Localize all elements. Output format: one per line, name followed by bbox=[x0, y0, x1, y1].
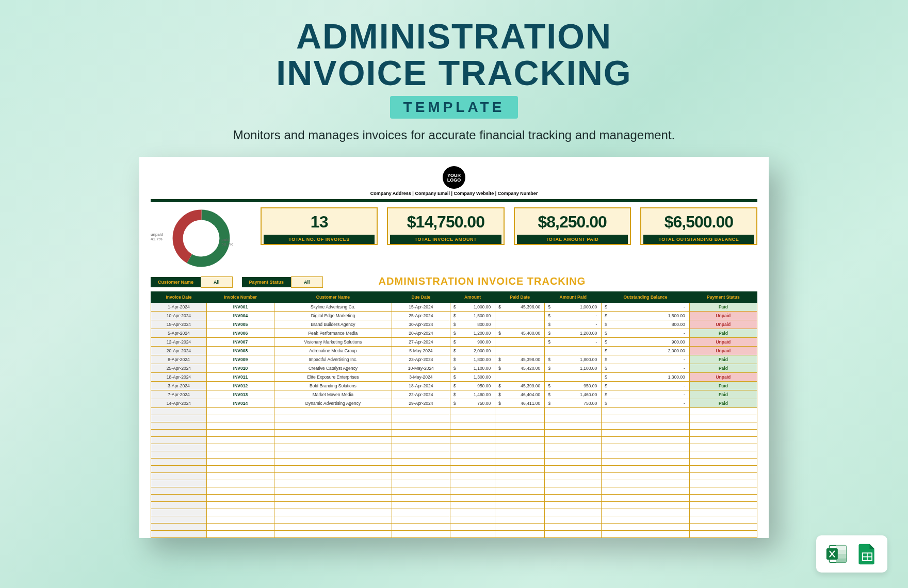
cell-amount-paid: $1,100.00 bbox=[545, 364, 602, 372]
cell-balance: $- bbox=[602, 302, 690, 311]
table-row: 15-Apr-2024INV005Brand Builders Agency30… bbox=[151, 320, 757, 329]
page-title-line1: ADMINISTRATION bbox=[296, 18, 612, 55]
cell-status: Unpaid bbox=[689, 372, 757, 381]
cell-invoice-number: INV006 bbox=[206, 329, 274, 337]
cell-amount: $750.00 bbox=[450, 399, 495, 407]
cell-balance: $- bbox=[602, 390, 690, 399]
cell-due-date: 23-Apr-2024 bbox=[392, 355, 450, 364]
cell-amount-paid: $1,200.00 bbox=[545, 329, 602, 337]
table-row bbox=[151, 415, 757, 422]
summary-label: TOTAL OUTSTANDING BALANCE bbox=[643, 235, 754, 244]
cell-customer: Skyline Advertising Co. bbox=[274, 302, 392, 311]
filter-value[interactable]: All bbox=[291, 276, 323, 288]
column-header: Payment Status bbox=[689, 291, 757, 302]
cell-balance: $- bbox=[602, 364, 690, 372]
summary-value: $6,500.00 bbox=[664, 213, 733, 232]
cell-status: Paid bbox=[689, 399, 757, 407]
cell-balance: $- bbox=[602, 381, 690, 390]
app-icons bbox=[816, 535, 887, 573]
filter-value[interactable]: All bbox=[201, 276, 233, 288]
cell-balance: $1,500.00 bbox=[602, 311, 690, 320]
table-row: 5-Apr-2024INV006Peak Performance Media20… bbox=[151, 329, 757, 337]
cell-status: Paid bbox=[689, 364, 757, 372]
cell-paid-date: $45,396.00 bbox=[495, 302, 545, 311]
summary-label: TOTAL AMOUNT PAID bbox=[517, 235, 628, 244]
cell-balance: $- bbox=[602, 329, 690, 337]
cell-invoice-date: 20-Apr-2024 bbox=[151, 346, 207, 355]
logo-placeholder: YOUR LOGO bbox=[443, 166, 465, 189]
column-header: Due Date bbox=[392, 291, 450, 302]
page-title-line2: INVOICE TRACKING bbox=[276, 55, 631, 91]
cell-paid-date bbox=[495, 337, 545, 346]
cell-invoice-date: 10-Apr-2024 bbox=[151, 311, 207, 320]
donut-label-unpaid: unpaid41.7% bbox=[151, 232, 163, 241]
donut-label-paid: paid58.3% bbox=[221, 237, 233, 247]
filter-label: Payment Status bbox=[242, 277, 291, 287]
cell-invoice-date: 5-Apr-2024 bbox=[151, 329, 207, 337]
cell-amount-paid: $- bbox=[545, 311, 602, 320]
summary-card: $14,750.00TOTAL INVOICE AMOUNT bbox=[387, 207, 504, 245]
table-row: 14-Apr-2024INV014Dynamic Advertising Age… bbox=[151, 399, 757, 407]
cell-invoice-date: 1-Apr-2024 bbox=[151, 302, 207, 311]
cell-status: Paid bbox=[689, 329, 757, 337]
cell-customer: Creative Catalyst Agency bbox=[274, 364, 392, 372]
summary-value: 13 bbox=[311, 213, 328, 232]
cell-amount: $1,460.00 bbox=[450, 390, 495, 399]
cell-invoice-date: 15-Apr-2024 bbox=[151, 320, 207, 329]
cell-customer: Dynamic Advertising Agency bbox=[274, 399, 392, 407]
cell-invoice-date: 8-Apr-2024 bbox=[151, 355, 207, 364]
cell-due-date: 27-Apr-2024 bbox=[392, 337, 450, 346]
table-row bbox=[151, 501, 757, 509]
column-header: Paid Date bbox=[495, 291, 545, 302]
cell-due-date: 18-Apr-2024 bbox=[392, 381, 450, 390]
column-header: Invoice Date bbox=[151, 291, 207, 302]
cell-invoice-number: INV005 bbox=[206, 320, 274, 329]
cell-status: Unpaid bbox=[689, 311, 757, 320]
header-bar bbox=[151, 199, 757, 202]
summary-label: TOTAL NO. OF INVOICES bbox=[264, 235, 375, 244]
cell-due-date: 3-May-2024 bbox=[392, 372, 450, 381]
cell-due-date: 22-Apr-2024 bbox=[392, 390, 450, 399]
table-row bbox=[151, 530, 757, 537]
cell-amount-paid bbox=[545, 346, 602, 355]
spreadsheet-card: YOUR LOGO Company Address | Company Emai… bbox=[139, 157, 769, 538]
table-row: 8-Apr-2024INV009Impactful Advertising In… bbox=[151, 355, 757, 364]
table-row: 1-Apr-2024INV001Skyline Advertising Co.1… bbox=[151, 302, 757, 311]
cell-paid-date bbox=[495, 372, 545, 381]
summary-card: $6,500.00TOTAL OUTSTANDING BALANCE bbox=[640, 207, 757, 245]
cell-paid-date bbox=[495, 346, 545, 355]
table-row bbox=[151, 422, 757, 429]
cell-due-date: 20-Apr-2024 bbox=[392, 329, 450, 337]
cell-amount: $1,100.00 bbox=[450, 364, 495, 372]
cell-invoice-number: INV011 bbox=[206, 372, 274, 381]
table-row bbox=[151, 451, 757, 458]
cell-invoice-number: INV001 bbox=[206, 302, 274, 311]
cell-customer: Impactful Advertising Inc. bbox=[274, 355, 392, 364]
cell-amount: $1,300.00 bbox=[450, 372, 495, 381]
cell-invoice-number: INV009 bbox=[206, 355, 274, 364]
table-row bbox=[151, 407, 757, 415]
donut-chart: unpaid41.7% paid58.3% bbox=[151, 207, 251, 269]
filter-row: Customer NameAllPayment StatusAll ADMINI… bbox=[151, 275, 757, 287]
summary-value: $14,750.00 bbox=[407, 213, 484, 232]
cell-amount-paid: $- bbox=[545, 320, 602, 329]
sheets-icon bbox=[855, 543, 878, 565]
cell-invoice-number: INV010 bbox=[206, 364, 274, 372]
cell-paid-date: $45,420.00 bbox=[495, 364, 545, 372]
table-row bbox=[151, 472, 757, 480]
cell-customer: Brand Builders Agency bbox=[274, 320, 392, 329]
cell-customer: Digital Edge Marketing bbox=[274, 311, 392, 320]
cell-invoice-number: INV004 bbox=[206, 311, 274, 320]
summary-card: $8,250.00TOTAL AMOUNT PAID bbox=[514, 207, 631, 245]
cell-balance: $2,000.00 bbox=[602, 346, 690, 355]
table-row bbox=[151, 516, 757, 523]
table-row: 10-Apr-2024INV004Digital Edge Marketing2… bbox=[151, 311, 757, 320]
table-row bbox=[151, 458, 757, 465]
sheet-title: ADMINISTRATION INVOICE TRACKING bbox=[379, 275, 586, 287]
cell-paid-date: $45,400.00 bbox=[495, 329, 545, 337]
cell-amount: $950.00 bbox=[450, 381, 495, 390]
cell-status: Paid bbox=[689, 355, 757, 364]
cell-status: Paid bbox=[689, 381, 757, 390]
cell-customer: Bold Branding Solutions bbox=[274, 381, 392, 390]
cell-paid-date: $45,398.00 bbox=[495, 355, 545, 364]
